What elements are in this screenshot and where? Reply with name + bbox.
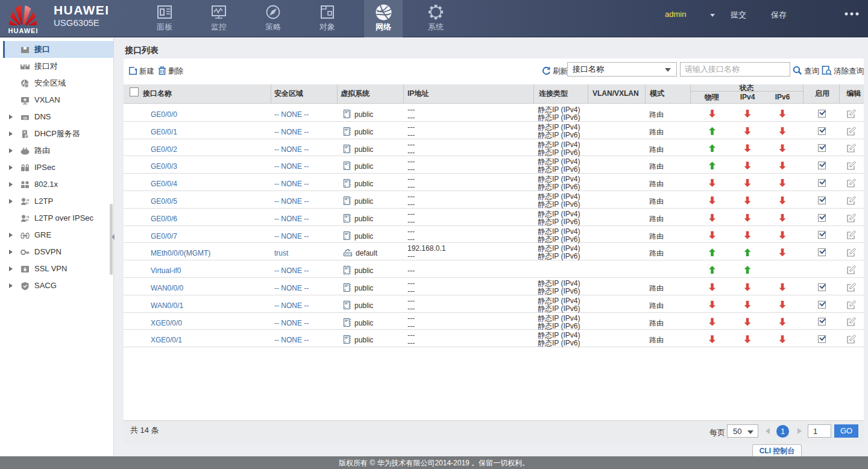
svg-text:HUAWEI: HUAWEI <box>8 27 37 34</box>
svg-text:12: 12 <box>23 116 27 120</box>
